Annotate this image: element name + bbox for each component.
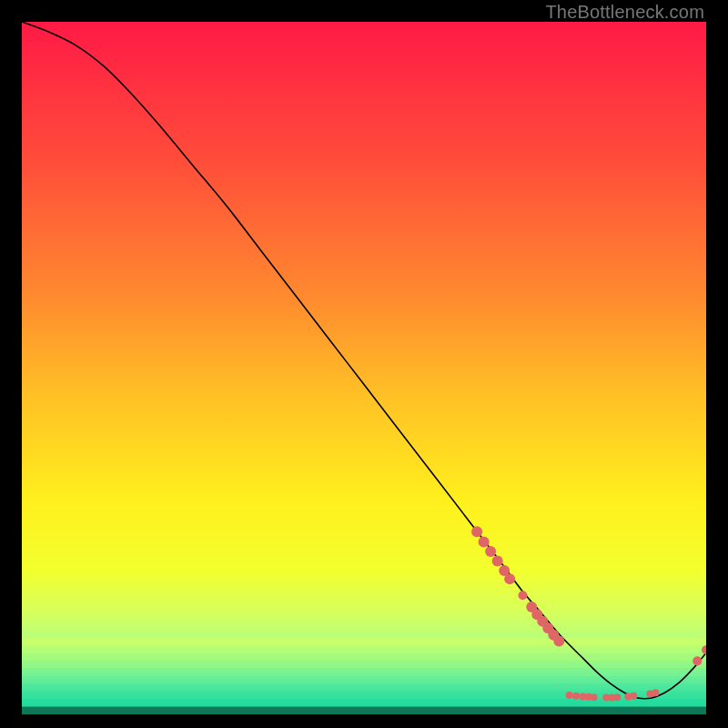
data-marker [591, 693, 598, 701]
data-marker [572, 693, 580, 700]
data-marker [518, 591, 527, 600]
curve-layer [22, 22, 706, 706]
data-marker [485, 546, 496, 557]
bottleneck-curve [22, 22, 706, 699]
watermark-text: TheBottleneck.com [545, 2, 704, 23]
data-marker [553, 636, 564, 647]
data-marker [566, 692, 573, 699]
data-marker [479, 537, 490, 548]
data-marker [630, 693, 637, 700]
data-marker [492, 556, 503, 567]
chart-stage: TheBottleneck.com [0, 0, 728, 728]
data-marker [504, 573, 515, 584]
data-marker [693, 656, 702, 665]
data-marker [652, 689, 659, 696]
plot-area [22, 22, 706, 706]
data-marker [702, 645, 706, 654]
data-marker [471, 526, 482, 537]
data-marker [613, 693, 621, 701]
